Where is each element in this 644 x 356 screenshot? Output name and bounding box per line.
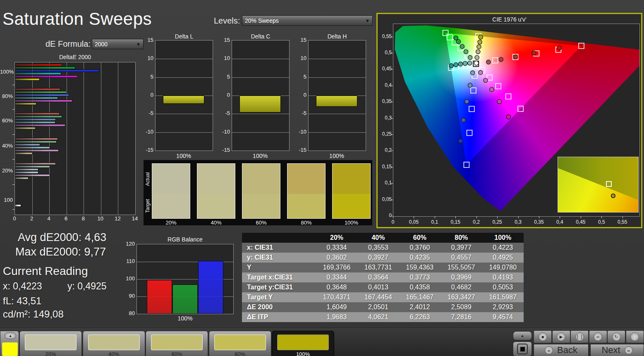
back-button-label: Back <box>557 345 577 356</box>
delta-l-title: Delta L <box>155 33 213 40</box>
step-button-80%[interactable]: 80% <box>209 331 271 356</box>
infinity-button[interactable]: ∞ <box>589 330 607 343</box>
y-tick-label: 10 <box>218 55 230 61</box>
grid-line <box>67 62 67 215</box>
group-label: 20% <box>0 167 13 174</box>
x-tick-label: 0,55 <box>614 219 631 225</box>
y-tick-label: 90 <box>122 293 135 299</box>
table-row: y: CIE310,36020,39270,42350,45570,4925 <box>242 253 524 263</box>
play-button[interactable]: ▶ <box>552 330 570 343</box>
rgb-bar-R <box>147 280 172 314</box>
stop-button[interactable]: ■ <box>534 330 552 343</box>
current-x-readout: x: 0,4223 <box>3 281 42 292</box>
table-row-label: Target y:CIE31 <box>242 282 316 292</box>
y-tick-label: -15 <box>142 147 153 153</box>
stop-pattern-button[interactable] <box>513 342 532 356</box>
step-button-label: 40% <box>83 351 145 356</box>
delta_c-bar <box>239 96 281 112</box>
step-button-100%[interactable]: 100% <box>272 331 334 356</box>
collapse-up-icon[interactable]: ▲ <box>5 332 16 339</box>
table-cell: 2,4012 <box>399 302 441 312</box>
swatch-actual <box>242 164 280 194</box>
cdm2-readout: cd/m²: 149,08 <box>3 308 64 320</box>
group-label: 100% <box>0 69 13 75</box>
group-label: 100 <box>0 197 13 203</box>
swatch-label: 60% <box>242 220 280 226</box>
table-row-label: Target x:CIE31 <box>242 272 316 282</box>
table-cell: 161,5987 <box>482 292 524 302</box>
table-cell: 167,4454 <box>357 292 399 302</box>
grid-line <box>232 132 289 133</box>
bar-magenta-40% <box>15 149 59 152</box>
bar-green-80% <box>15 91 67 93</box>
table-row: ΔE 20001,60492,05012,40122,50892,9293 <box>242 302 524 312</box>
x-axis-tick <box>455 216 456 218</box>
swatch-label: 80% <box>287 220 326 226</box>
de-formula-value: 2000 <box>95 41 136 48</box>
table-cell: 0,3344 <box>316 272 357 282</box>
swatch-label: 100% <box>332 220 371 226</box>
y-tick-label: -5 <box>142 110 153 116</box>
x-tick-label: 0,15 <box>447 219 464 225</box>
levels-dropdown[interactable]: 20% Sweeps ▼ <box>242 15 373 26</box>
cie-inset-measured-dot <box>611 194 615 198</box>
y-tick-label: 0,5 <box>376 50 392 55</box>
y-tick-label: -10 <box>295 129 306 135</box>
bar-magenta-80% <box>15 100 72 102</box>
table-cell: 0,3553 <box>357 243 399 253</box>
y-tick-label: -5 <box>218 110 230 116</box>
step-button-20%[interactable]: 20% <box>19 331 82 356</box>
x-category-label: 100% <box>155 153 212 159</box>
y-tick-label: 0 <box>295 92 306 98</box>
target-row-label: Target <box>145 197 151 215</box>
de-formula-dropdown[interactable]: 2000 ▼ <box>92 39 144 49</box>
step-button-60%[interactable]: 60% <box>146 331 208 356</box>
axis-tick <box>12 134 14 135</box>
table-cell: 0,4193 <box>482 272 524 282</box>
y-tick-label: 0,3 <box>376 115 392 121</box>
table-cell: 2,0501 <box>357 302 399 312</box>
table-cell: 9,4574 <box>482 312 524 322</box>
panel-up-button[interactable]: ▲ <box>513 331 532 340</box>
swatch-target <box>242 194 280 218</box>
x-tick-label: 0,2 <box>468 219 485 225</box>
y-tick-label: 0,35 <box>376 98 392 104</box>
table-row: x: CIE310,33340,35530,37600,39770,4223 <box>242 243 524 253</box>
play-icon: ▶ <box>557 332 565 341</box>
grid-line <box>101 62 101 215</box>
grid-line <box>309 132 366 133</box>
y-tick-label: 0,2 <box>376 147 392 153</box>
blank-button[interactable] <box>626 330 644 343</box>
bar-blue-20% <box>15 168 38 171</box>
table-row-label: y: CIE31 <box>242 253 316 263</box>
axis-tick <box>12 209 14 210</box>
back-button[interactable]: « Back <box>534 344 589 356</box>
table-cell: 0,4682 <box>441 282 482 292</box>
axis-tick <box>12 85 14 85</box>
step-swatch <box>25 334 77 350</box>
table-cell: 7,2816 <box>441 312 482 322</box>
bar-yellow-20% <box>15 177 29 179</box>
table-cell: 0,4925 <box>482 253 524 263</box>
table-cell: 0,3927 <box>357 253 399 263</box>
x-category-label: 100% <box>308 153 365 159</box>
bar-magenta-20% <box>15 174 50 177</box>
table-cell: 169,3766 <box>316 263 357 272</box>
step-swatch <box>214 334 266 350</box>
group-label: 40% <box>0 143 13 149</box>
x-tick-label: 0,1 <box>426 219 443 225</box>
table-cell: 2,5089 <box>441 302 482 312</box>
y-tick-label: -15 <box>218 147 230 153</box>
next-button[interactable]: Next » <box>590 344 644 356</box>
x-axis-tick <box>560 216 560 218</box>
delta-h-chart <box>308 40 366 151</box>
repeat-icon: ↻ <box>612 332 621 341</box>
table-row: Target y:CIE310,36480,40130,43580,46820,… <box>242 282 524 292</box>
repeat-button[interactable]: ↻ <box>607 330 625 343</box>
table-cell: 2,9293 <box>482 302 524 312</box>
grid-line <box>309 59 366 59</box>
delta-l-chart <box>155 40 213 151</box>
step-button-40%[interactable]: 40% <box>83 331 145 356</box>
bar-magenta-100% <box>15 75 78 78</box>
loop-section-button[interactable]: [··] <box>570 330 589 343</box>
